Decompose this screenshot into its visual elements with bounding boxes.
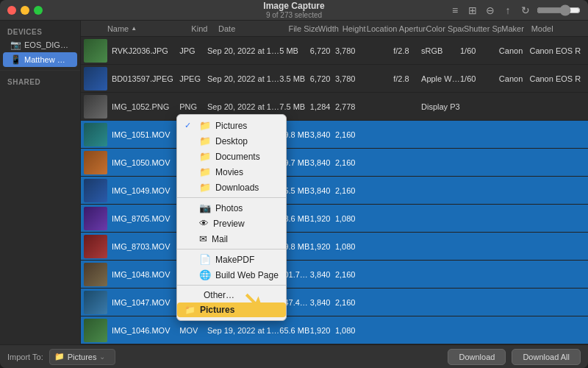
sidebar-item-matthew-iphone[interactable]: 📱 Matthew O'Brien's iPho…	[3, 52, 77, 67]
file-height: 3,780	[335, 74, 360, 83]
table-row[interactable]: IMG_1047.MOV MOV Sep 19, 2022 at 11:13:3…	[81, 289, 588, 316]
file-colorspace: Apple Wid…	[421, 74, 460, 83]
dm-label: Desktop	[215, 136, 248, 146]
file-maker: Canon	[499, 74, 530, 83]
col-header-kind[interactable]: Kind	[191, 24, 218, 33]
download-button[interactable]: Download	[448, 349, 506, 365]
app-title: Image Capture	[263, 1, 324, 11]
dm-label: Movies	[215, 167, 243, 177]
dm-item-photos[interactable]: 📷 Photos	[177, 200, 286, 216]
list-view-icon[interactable]: ≡	[448, 4, 462, 17]
dm-item-preview[interactable]: 👁 Preview	[177, 216, 286, 231]
devices-header: DEVICES	[0, 24, 80, 38]
col-header-width[interactable]: Width	[318, 24, 343, 33]
file-thumbnail	[84, 39, 107, 63]
col-header-colorspace[interactable]: Color Space	[426, 24, 464, 33]
dm-label: Other…	[204, 290, 234, 300]
app-icon: ✉	[199, 233, 207, 244]
table-row[interactable]: IMG_8703.MOV MOV Sep 19, 2022 at 12:29:1…	[81, 233, 588, 261]
dm-item-desktop[interactable]: 📁 Desktop	[177, 133, 286, 149]
file-height: 1,080	[335, 326, 360, 335]
dm-item-documents[interactable]: 📁 Documents	[177, 149, 286, 164]
table-row[interactable]: IMG_1049.MOV MOV Sep 20, 2022 at 9:04:5……	[81, 177, 588, 205]
table-row[interactable]: BD013597.JPEG JPEG Sep 20, 2022 at 11:29…	[81, 65, 588, 93]
file-height: 2,160	[335, 186, 360, 195]
minimize-button[interactable]	[21, 6, 29, 15]
col-header-maker[interactable]: Maker	[501, 24, 531, 33]
file-list[interactable]: RVKJ2036.JPG JPG Sep 20, 2022 at 11:29:2…	[81, 37, 588, 344]
import-folder-dropdown[interactable]: 📁 Pictures ⌄	[49, 349, 115, 365]
file-size: 3.5 MB	[279, 74, 310, 83]
file-height: 1,080	[335, 214, 360, 223]
file-area: Name ▲ Kind Date File Size Width Height	[81, 21, 588, 344]
col-header-height[interactable]: Height	[343, 24, 367, 33]
chevron-down-icon: ⌄	[99, 353, 105, 361]
arrow-pointer	[241, 289, 270, 324]
toolbar-right: ≡ ⊞ ⊖ ↑ ↻	[448, 4, 581, 17]
folder-icon: 📁	[184, 305, 196, 315]
col-header-aperture[interactable]: Aperture	[399, 24, 426, 33]
col-header-location[interactable]: Location	[367, 24, 399, 33]
table-row[interactable]: IMG_1050.MOV MOV Sep 20, 2022 at 9:05:26…	[81, 149, 588, 177]
file-aperture: f/2.8	[393, 46, 421, 55]
maximize-button[interactable]	[34, 6, 43, 15]
sidebar-item-eos-digital[interactable]: 📷 EOS_DIGITAL	[3, 38, 77, 52]
file-width: 6,720	[310, 46, 335, 55]
sidebar-divider	[0, 70, 80, 71]
file-maker: Canon	[499, 46, 530, 55]
dm-item-movies[interactable]: 📁 Movies	[177, 164, 286, 180]
file-width: 3,840	[310, 130, 335, 139]
col-header-date[interactable]: Date	[218, 24, 288, 33]
col-header-shutter[interactable]: Shutter Speed	[464, 24, 501, 33]
table-row[interactable]: RVKJ2036.JPG JPG Sep 20, 2022 at 11:29:2…	[81, 37, 588, 65]
file-size: 7.5 MB	[279, 102, 310, 111]
dm-item-pictures[interactable]: ✓ 📁 Pictures	[177, 118, 286, 133]
col-header-model[interactable]: Model	[531, 24, 585, 33]
check-icon: ✓	[184, 121, 195, 130]
file-width: 1,920	[310, 326, 335, 335]
file-model: Canon EOS R	[529, 46, 585, 55]
file-width: 1,920	[310, 242, 335, 251]
dm-item-mail[interactable]: ✉ Mail	[177, 231, 286, 247]
table-row[interactable]: IMG_8705.MOV MOV Sep 19, 2022 at 12:59:2…	[81, 205, 588, 233]
file-height: 2,160	[335, 270, 360, 279]
dm-label: Preview	[213, 219, 245, 229]
dm-item-downloads[interactable]: 📁 Downloads	[177, 180, 286, 195]
dm-label: Mail	[212, 234, 228, 244]
file-name: BD013597.JPEG	[112, 74, 179, 83]
file-thumbnail	[84, 319, 107, 342]
file-shutter: 1/60	[460, 74, 499, 83]
download-all-button[interactable]: Download All	[512, 349, 581, 365]
file-width: 3,840	[310, 270, 335, 279]
file-width: 3,840	[310, 158, 335, 167]
dm-item-makepdf[interactable]: 📄 MakePDF	[177, 252, 286, 267]
rotate-icon[interactable]: ↻	[519, 4, 532, 17]
file-name: IMG_1046.MOV	[112, 326, 179, 335]
app-icon: 📄	[199, 254, 211, 265]
col-header-size[interactable]: File Size	[288, 24, 318, 33]
file-name: IMG_1051.MOV	[112, 130, 179, 139]
file-thumbnail	[84, 291, 107, 314]
dm-item-buildweb[interactable]: 🌐 Build Web Page	[177, 267, 286, 283]
table-row[interactable]: IMG_1052.PNG PNG Sep 20, 2022 at 11:26:0…	[81, 93, 588, 121]
file-thumbnail	[84, 235, 107, 258]
selected-folder-label: Pictures	[68, 353, 97, 361]
table-row[interactable]: IMG_1048.MOV MOV Sep 19, 2022 at 11:18:1…	[81, 261, 588, 289]
table-row[interactable]: IMG_1046.MOV MOV Sep 19, 2022 at 10:55:3…	[81, 316, 588, 344]
close-button[interactable]	[7, 6, 16, 15]
folder-icon: 📁	[54, 352, 65, 361]
app-window: Image Capture 9 of 273 selected ≡ ⊞ ⊖ ↑ …	[0, 0, 588, 368]
share-icon[interactable]: ↑	[501, 4, 514, 17]
zoom-icon[interactable]: ⊖	[484, 4, 497, 17]
bottom-buttons: Download Download All	[448, 349, 581, 365]
zoom-slider[interactable]	[537, 4, 581, 16]
traffic-lights	[7, 6, 43, 15]
grid-view-icon[interactable]: ⊞	[466, 4, 479, 17]
file-model: Canon EOS R	[529, 74, 585, 83]
file-aperture: f/2.8	[393, 74, 421, 83]
folder-icon: 📁	[199, 135, 211, 146]
table-row[interactable]: IMG_1051.MOV MOV Sep 20, 2022 at 9:07:02…	[81, 121, 588, 149]
file-thumbnail	[84, 151, 107, 174]
col-header-name[interactable]: Name ▲	[104, 24, 191, 33]
app-icon: 🌐	[199, 269, 211, 280]
